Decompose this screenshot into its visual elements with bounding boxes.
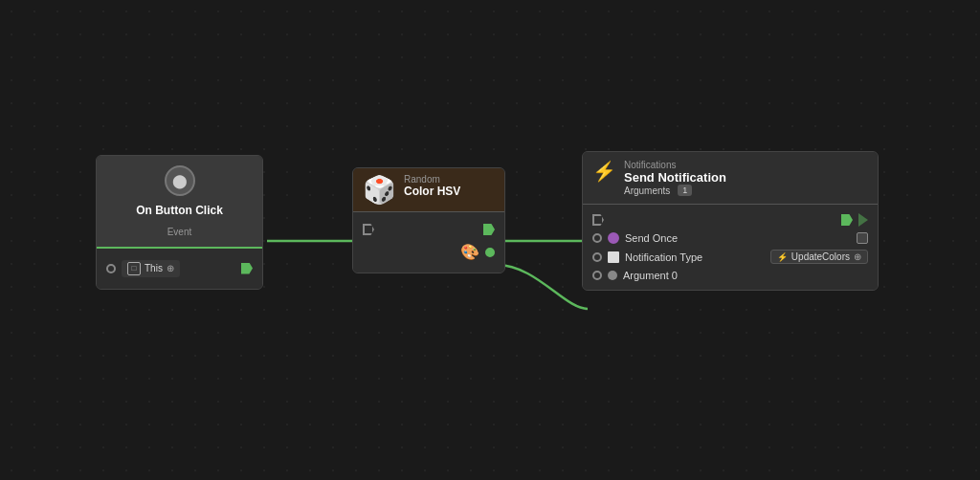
notification-type-icon — [608, 251, 619, 263]
notification-icon: ⚡ — [592, 160, 616, 183]
random-output-row: 🎨 — [363, 239, 495, 265]
event-icon: ⬤ — [165, 165, 195, 196]
this-label: This — [145, 263, 163, 273]
send-once-pin — [592, 233, 602, 243]
notification-type-text: UpdateColors — [791, 251, 850, 262]
arguments-badge: 1 — [678, 185, 692, 196]
notification-type-label: Notification Type — [625, 251, 702, 263]
notifications-category: Notifications — [624, 160, 726, 170]
color-wheel-icon: 🎨 — [460, 243, 479, 261]
random-exec-in — [363, 224, 374, 235]
notifications-header: ⚡ Notifications Send Notification Argume… — [583, 152, 878, 205]
random-node-header: 🎲 Random Color HSV — [353, 168, 504, 212]
argument0-row: Argument 0 — [592, 267, 868, 284]
event-node-body: □ This ⊕ — [97, 249, 262, 289]
send-once-icon — [608, 232, 619, 244]
notification-type-reset[interactable]: ⊕ — [854, 251, 861, 262]
random-node-body: 🎨 — [353, 212, 504, 273]
notification-type-row: Notification Type ⚡ UpdateColors ⊕ — [592, 247, 868, 267]
dice-icon: 🎲 — [363, 174, 396, 206]
random-exec-out — [483, 224, 495, 235]
event-node: ⬤ On Button Click Event □ This ⊕ — [96, 155, 263, 290]
random-header-text: Random Color HSV — [404, 174, 460, 198]
notifications-title: Send Notification — [624, 170, 726, 185]
notif-exec-out — [841, 214, 853, 226]
random-subtitle: Random — [404, 174, 460, 185]
notif-exec-in — [592, 214, 604, 226]
notification-type-pin — [592, 252, 602, 262]
notification-icon-small: ⚡ — [777, 252, 788, 262]
random-exec-row — [363, 220, 495, 239]
dropdown-icon: ⊕ — [167, 263, 174, 273]
event-node-header: ⬤ On Button Click Event — [97, 156, 262, 249]
argument0-label: Argument 0 — [623, 270, 678, 281]
arguments-label: Arguments — [624, 185, 670, 196]
notifications-body: Send Once Notification Type ⚡ UpdateColo… — [583, 205, 878, 290]
notifications-node: ⚡ Notifications Send Notification Argume… — [582, 151, 879, 291]
event-node-subtitle: Event — [167, 227, 192, 237]
send-once-label: Send Once — [625, 232, 678, 244]
event-exec-out-pin — [241, 263, 253, 274]
send-once-row: Send Once — [592, 229, 868, 247]
notif-exec-triangle — [858, 213, 868, 227]
notif-exec-row — [592, 210, 868, 229]
event-pin-row: □ This ⊕ — [106, 256, 253, 281]
argument0-pin — [592, 271, 602, 280]
notification-type-value[interactable]: ⚡ UpdateColors ⊕ — [770, 250, 868, 264]
blueprint-canvas[interactable]: ⬤ On Button Click Event □ This ⊕ 🎲 — [0, 0, 980, 480]
this-pin[interactable]: □ This ⊕ — [122, 260, 180, 277]
conn-hsv-arg — [497, 265, 588, 309]
random-color-out-pin — [485, 248, 495, 257]
random-node: 🎲 Random Color HSV 🎨 — [352, 167, 505, 273]
event-node-title: On Button Click — [136, 204, 223, 219]
event-exec-in-pin — [106, 264, 116, 273]
random-title: Color HSV — [404, 185, 460, 198]
object-icon: □ — [127, 262, 141, 275]
argument0-icon — [608, 271, 617, 280]
send-once-checkbox[interactable] — [857, 232, 868, 244]
